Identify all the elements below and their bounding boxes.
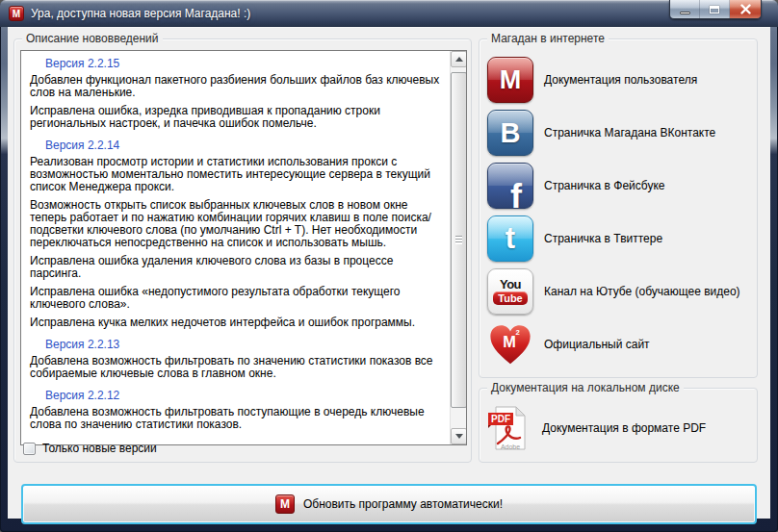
scroll-up-button[interactable] xyxy=(451,51,467,67)
changelog-body: Версия 2.2.15Добавлен функционал пакетно… xyxy=(21,51,450,444)
vk-icon: В xyxy=(487,110,533,156)
internet-links: M Документация пользователя В Страничка … xyxy=(487,57,751,374)
changelog-viewport[interactable]: Версия 2.2.15Добавлен функционал пакетно… xyxy=(20,50,467,445)
changelog-paragraph: Исправлена ошибка удаления ключевого сло… xyxy=(30,255,442,280)
changelog-paragraph: Исправлена ошибка «недопустимого результ… xyxy=(30,286,442,311)
changelog-groupbox: Описание нововведений Версия 2.2.15Добав… xyxy=(13,38,472,463)
arrow-down-icon xyxy=(455,434,463,439)
maximize-icon xyxy=(710,6,719,13)
link-label: Документация пользователя xyxy=(544,73,697,87)
link-label: Страничка Магадана ВКонтакте xyxy=(544,126,715,139)
arrow-up-icon xyxy=(455,57,463,62)
changelog-paragraph: Реализован просмотр истории и статистики… xyxy=(30,156,442,193)
update-button-label: Обновить программу автоматически! xyxy=(303,497,503,511)
link-label: Официальный сайт xyxy=(544,338,650,351)
only-new-versions-label: Только новые версии xyxy=(42,442,157,455)
link-user-documentation[interactable]: M Документация пользователя xyxy=(487,57,751,103)
changelog-paragraph: Возможность открыть список выбранных клю… xyxy=(30,199,442,249)
changelog-paragraph: Добавлен функционал пакетного разбиения … xyxy=(30,74,442,99)
only-new-versions-checkbox[interactable] xyxy=(23,443,36,455)
link-label: Страничка в Твиттере xyxy=(544,232,662,245)
svg-text:M: M xyxy=(503,333,516,350)
changelog-version-heading: Версия 2.2.15 xyxy=(30,58,442,70)
link-facebook-page[interactable]: f Страничка в Фейсбуке xyxy=(487,163,751,209)
facebook-icon: f xyxy=(487,163,533,209)
client-area: Описание нововведений Версия 2.2.15Добав… xyxy=(8,27,770,519)
local-docs-groupbox: Документация на локальном диске PDF Adob… xyxy=(479,388,758,463)
app-icon: M xyxy=(9,6,24,21)
window-title: Ура, доступна новая версия Магадана! :) xyxy=(31,7,250,20)
link-pdf-documentation[interactable]: PDF Adobe Документация в формате PDF xyxy=(487,404,751,452)
local-docs-group-title: Документация на локальном диске xyxy=(487,381,684,395)
update-automatically-button[interactable]: M Обновить программу автоматически! xyxy=(21,484,757,524)
magadan-icon: M xyxy=(487,57,533,103)
scroll-down-button[interactable] xyxy=(451,428,467,444)
svg-text:Adobe: Adobe xyxy=(501,443,520,450)
changelog-paragraph: Добавлена возможность фильтровать по зна… xyxy=(30,355,442,380)
update-dialog-window: M Ура, доступна новая версия Магадана! :… xyxy=(0,0,778,532)
link-label: Документация в формате PDF xyxy=(542,421,706,435)
changelog-group-title: Описание нововведений xyxy=(22,32,163,46)
minimize-icon xyxy=(680,12,690,14)
twitter-icon: t xyxy=(487,215,533,262)
magadan-mini-icon: M xyxy=(275,494,295,514)
internet-group-title: Магадан в интернете xyxy=(487,32,609,46)
link-label: Канал на Ютубе (обучающее видео) xyxy=(544,285,740,298)
minimize-button[interactable] xyxy=(670,0,700,18)
changelog-scrollbar[interactable] xyxy=(450,51,466,444)
changelog-version-heading: Версия 2.2.14 xyxy=(30,139,442,152)
heart-icon: M 2 xyxy=(487,321,533,367)
link-twitter-page[interactable]: t Страничка в Твиттере xyxy=(487,215,751,262)
close-button[interactable] xyxy=(730,0,761,18)
link-vkontakte-page[interactable]: В Страничка Магадана ВКонтакте xyxy=(487,110,751,156)
changelog-paragraph: Добавлена возможность фильтровать поступ… xyxy=(30,406,442,431)
close-icon xyxy=(740,4,751,14)
svg-text:2: 2 xyxy=(516,328,520,337)
pdf-icon: PDF Adobe xyxy=(487,405,530,451)
link-youtube-channel[interactable]: You Tube Канал на Ютубе (обучающее видео… xyxy=(487,268,751,315)
window-controls xyxy=(669,0,762,19)
titlebar[interactable]: M Ура, доступна новая версия Магадана! :… xyxy=(0,0,778,27)
maximize-button[interactable] xyxy=(700,0,730,18)
changelog-version-heading: Версия 2.2.13 xyxy=(30,339,442,351)
changelog-version-heading: Версия 2.2.12 xyxy=(30,390,442,402)
link-official-site[interactable]: M 2 Официальный сайт xyxy=(487,321,751,367)
scrollbar-grip-icon xyxy=(455,236,462,244)
svg-text:PDF: PDF xyxy=(491,414,510,424)
changelog-paragraph: Исправлена ошибка, изредка приводившая к… xyxy=(30,105,442,130)
scrollbar-thumb[interactable] xyxy=(451,72,467,408)
changelog-paragraph: Исправлена кучка мелких недочетов интерф… xyxy=(30,317,442,329)
only-new-versions-row: Только новые версии xyxy=(23,442,157,455)
youtube-icon: You Tube xyxy=(487,268,533,315)
link-label: Страничка в Фейсбуке xyxy=(544,179,665,192)
app-icon-letter: M xyxy=(13,9,20,19)
internet-groupbox: Магадан в интернете M Документация польз… xyxy=(479,38,758,378)
